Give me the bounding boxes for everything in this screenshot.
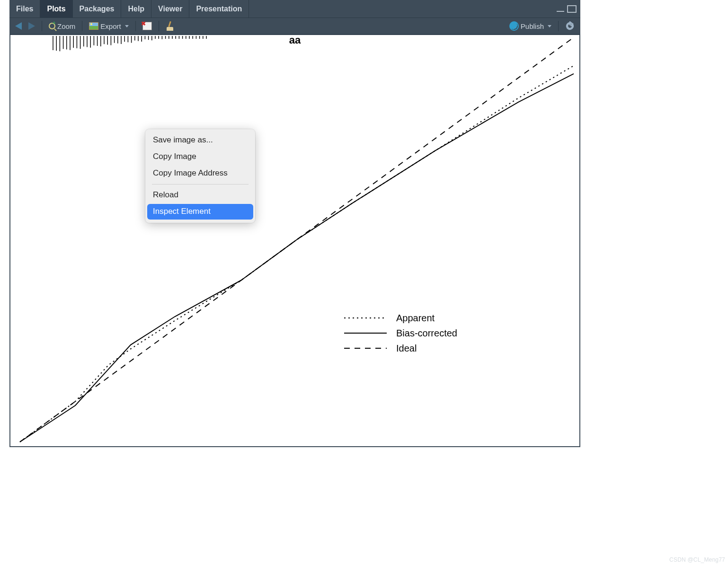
clear-all-button[interactable] (164, 21, 176, 31)
panel-window-controls (557, 0, 580, 18)
menu-reload[interactable]: Reload (145, 187, 255, 203)
menu-separator (152, 184, 249, 185)
tab-packages[interactable]: Packages (73, 0, 122, 18)
remove-plot-button[interactable] (141, 21, 154, 31)
zoom-icon: + (49, 23, 55, 29)
minimize-icon[interactable] (557, 11, 564, 12)
tab-viewer[interactable]: Viewer (151, 0, 189, 18)
zoom-label: Zoom (57, 22, 75, 30)
panel-tabbar: Files Plots Packages Help Viewer Present… (9, 0, 580, 18)
export-button[interactable]: Export (87, 21, 130, 31)
dropdown-arrow-icon (548, 25, 551, 27)
publish-label: Publish (521, 22, 544, 30)
remove-icon (142, 22, 152, 30)
picture-icon (89, 22, 98, 30)
broom-icon (166, 22, 174, 30)
publish-button[interactable]: Publish (507, 20, 553, 32)
menu-save-image-as[interactable]: Save image as... (145, 132, 255, 149)
tab-plots[interactable]: Plots (40, 0, 72, 18)
context-menu: Save image as... Copy Image Copy Image A… (145, 129, 255, 223)
refresh-icon (565, 21, 575, 31)
tab-files[interactable]: Files (9, 0, 40, 18)
refresh-button[interactable] (563, 20, 577, 32)
arrow-right-icon (28, 22, 35, 30)
legend-bias-corrected: Bias-corrected (396, 328, 457, 338)
zoom-button[interactable]: + Zoom (47, 21, 77, 31)
maximize-icon[interactable] (567, 5, 577, 13)
next-plot-button[interactable] (27, 21, 37, 31)
plot-title: aa (289, 35, 301, 46)
legend-apparent: Apparent (396, 313, 435, 323)
calibration-chart: aa Apparent Bias-corrected Ideal (10, 35, 579, 446)
tab-presentation[interactable]: Presentation (189, 0, 249, 18)
watermark: CSDN @CL_Meng77 (669, 556, 725, 563)
plots-toolbar: + Zoom Export Publish (9, 18, 580, 35)
publish-icon (509, 21, 519, 31)
previous-plot-button[interactable] (13, 21, 24, 31)
plot-canvas[interactable]: aa Apparent Bias-corrected Ideal (10, 35, 579, 446)
menu-inspect-element[interactable]: Inspect Element (147, 204, 253, 220)
menu-copy-image-address[interactable]: Copy Image Address (145, 165, 255, 182)
menu-copy-image[interactable]: Copy Image (145, 149, 255, 165)
dropdown-arrow-icon (125, 25, 129, 27)
rstudio-plots-panel: Files Plots Packages Help Viewer Present… (9, 0, 580, 447)
export-label: Export (100, 22, 121, 30)
arrow-left-icon (15, 22, 22, 30)
legend-ideal: Ideal (396, 343, 417, 353)
tab-help[interactable]: Help (121, 0, 151, 18)
